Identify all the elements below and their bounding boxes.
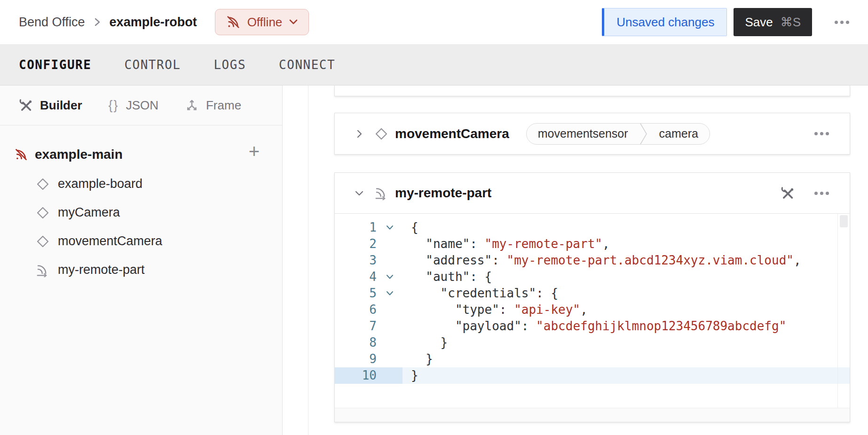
expand-card-chevron-right-icon[interactable]: [354, 128, 365, 140]
json-code: {: [411, 220, 418, 234]
json-code: :: [521, 319, 536, 333]
code-line-4: 4"auth": {: [335, 269, 850, 285]
line-gutter: 6: [335, 302, 402, 318]
mode-json[interactable]: {}JSON: [109, 98, 158, 113]
line-number: 9: [335, 351, 377, 367]
status-badge-label: Offline: [247, 15, 283, 30]
tab-configure[interactable]: CONFIGURE: [19, 58, 91, 72]
sidebar-item-my-remote-part[interactable]: my-remote-part: [0, 256, 282, 284]
tab-connect[interactable]: CONNECT: [279, 58, 335, 72]
line-gutter: 7: [335, 318, 402, 334]
line-gutter: 2: [335, 236, 402, 252]
code-line-3: 3"address": "my-remote-part.abcd1234xyz.…: [335, 252, 850, 269]
fold-chevron-down-icon[interactable]: [377, 285, 402, 302]
json-string-value: "api-key": [514, 303, 580, 317]
json-code-editor[interactable]: 1{2"name": "my-remote-part",3"address": …: [335, 214, 850, 408]
network-offline-icon: [226, 15, 241, 30]
unsaved-changes-button[interactable]: Unsaved changes: [602, 8, 727, 36]
json-string-value: "abcdefghijklmnop123456789abcdefg": [536, 319, 786, 333]
config-sidebar: Builder{}JSONFrame example-main + exampl…: [0, 85, 283, 435]
component-label: my-remote-part: [58, 263, 145, 277]
line-number: 4: [335, 269, 377, 285]
component-label: example-board: [58, 177, 142, 191]
collapse-card-chevron-down-icon[interactable]: [354, 187, 365, 199]
component-type-pill: movementsensorcamera: [526, 123, 710, 145]
card-overflow-menu-button[interactable]: [813, 190, 831, 197]
pill-tag-camera: camera: [648, 127, 710, 140]
component-diamond-icon: [36, 234, 50, 249]
save-label: Save: [745, 15, 773, 30]
code-line-2: 2"name": "my-remote-part",: [335, 236, 850, 252]
top-bar: Bend Office example-robot Offline Unsave…: [0, 0, 868, 44]
component-label: myCamera: [58, 205, 120, 220]
remote-part-icon: [374, 186, 388, 200]
part-offline-icon: [14, 148, 28, 162]
code-text[interactable]: }: [402, 334, 850, 351]
unsaved-changes-label: Unsaved changes: [616, 15, 714, 30]
code-text[interactable]: }: [402, 367, 850, 384]
json-code: ,: [580, 303, 588, 317]
code-text[interactable]: {: [402, 219, 850, 236]
status-badge-offline[interactable]: Offline: [215, 9, 309, 35]
card-footer: [335, 408, 850, 422]
braces-icon: {}: [109, 98, 119, 113]
sidebar-item-example-board[interactable]: example-board: [0, 170, 282, 198]
json-string-value: "my-remote-part.abcd1234xyz.viam.cloud": [507, 253, 794, 267]
line-gutter: 8: [335, 334, 402, 351]
card-title: movementCamera: [395, 126, 509, 141]
component-diamond-icon: [36, 177, 50, 191]
component-diamond-icon: [374, 127, 388, 141]
json-code: "credentials": [441, 286, 537, 300]
editor-scrollbar[interactable]: [837, 214, 850, 408]
code-text[interactable]: "payload": "abcdefghijklmnop123456789abc…: [402, 318, 850, 334]
wrench-screwdriver-icon: [19, 98, 33, 112]
json-code: :: [492, 253, 506, 267]
line-number: 7: [335, 318, 377, 334]
machine-part-tree: example-main + example-boardmyCameramove…: [0, 125, 282, 284]
fold-chevron-down-icon[interactable]: [377, 269, 402, 285]
sidebar-item-example-main[interactable]: example-main +: [0, 140, 282, 170]
tab-control[interactable]: CONTROL: [124, 58, 181, 72]
json-code: ,: [794, 253, 801, 267]
line-number: 5: [335, 285, 377, 302]
line-gutter: 5: [335, 285, 402, 302]
fold-spacer: [377, 334, 402, 351]
mode-frame[interactable]: Frame: [185, 98, 241, 113]
remote-part-icon: [36, 263, 50, 277]
code-text[interactable]: "auth": {: [402, 269, 850, 285]
fold-spacer: [377, 351, 402, 367]
line-number: 3: [335, 252, 377, 269]
json-code: }: [441, 335, 448, 350]
add-component-button[interactable]: +: [246, 141, 262, 161]
json-code: "auth": [426, 270, 470, 284]
json-code: }: [411, 368, 418, 382]
code-text[interactable]: "credentials": {: [402, 285, 850, 302]
fold-spacer: [377, 236, 402, 252]
card-overflow-menu-button[interactable]: [813, 130, 831, 137]
json-code: : {: [536, 286, 558, 300]
sidebar-item-movementcamera[interactable]: movementCamera: [0, 227, 282, 256]
breadcrumb-location[interactable]: Bend Office: [19, 15, 85, 30]
code-text[interactable]: }: [402, 351, 850, 367]
config-canvas: movementCamera movementsensorcamera my-r…: [283, 85, 868, 435]
breadcrumb-chevron-icon: [94, 16, 101, 28]
fold-chevron-down-icon[interactable]: [377, 219, 402, 236]
header-overflow-menu-button[interactable]: [832, 18, 852, 27]
mode-builder[interactable]: Builder: [19, 98, 82, 113]
save-button[interactable]: Save ⌘S: [734, 8, 812, 36]
tab-logs[interactable]: LOGS: [213, 58, 246, 72]
builder-tools-button[interactable]: [779, 184, 797, 202]
part-children: example-boardmyCameramovementCameramy-re…: [0, 170, 282, 284]
sidebar-item-mycamera[interactable]: myCamera: [0, 198, 282, 227]
frame-axes-icon: [185, 98, 199, 112]
json-code: "name": [426, 237, 470, 251]
code-lines: 1{2"name": "my-remote-part",3"address": …: [335, 214, 850, 384]
code-text[interactable]: "name": "my-remote-part",: [402, 236, 850, 252]
code-text[interactable]: "address": "my-remote-part.abcd1234xyz.v…: [402, 252, 850, 269]
json-code: : {: [470, 270, 492, 284]
save-shortcut: ⌘S: [781, 15, 801, 30]
code-text[interactable]: "type": "api-key",: [402, 302, 850, 318]
card-my-remote-part: my-remote-part 1{2"name": "my-remote-par…: [334, 172, 850, 422]
machine-name: example-robot: [110, 15, 197, 30]
code-line-6: 6"type": "api-key",: [335, 302, 850, 318]
